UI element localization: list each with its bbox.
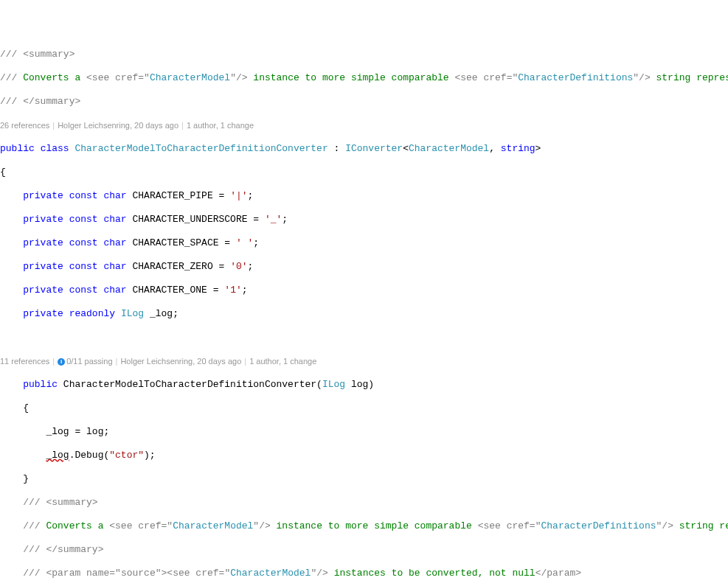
class-declaration[interactable]: public class CharacterModelToCharacterDe… — [0, 143, 728, 155]
xml-doc-line[interactable]: /// </summary> — [0, 96, 728, 108]
field-decl[interactable]: private const char CHARACTER_ONE = '1'; — [0, 285, 728, 296]
brace-close[interactable]: } — [0, 473, 728, 485]
codelens-changes[interactable]: 1 author, 1 change — [249, 357, 316, 366]
xml-doc-line[interactable]: /// <summary> — [0, 497, 728, 509]
codelens-author[interactable]: Holger Leichsenring, 20 days ago — [120, 357, 241, 366]
see-cref: CharacterDefinitions — [518, 72, 633, 83]
field-decl[interactable]: private const char CHARACTER_SPACE = ' '… — [0, 237, 728, 249]
class-name: CharacterModelToCharacterDefinitionConve… — [74, 143, 327, 154]
stmt[interactable]: _log = log; — [0, 426, 728, 438]
codelens-refs[interactable]: 11 references — [0, 357, 49, 366]
codelens-class[interactable]: 26 references|Holger Leichsenring, 20 da… — [0, 119, 728, 131]
test-status-icon: i — [58, 358, 65, 366]
codelens-changes[interactable]: 1 author, 1 change — [187, 121, 254, 130]
xml-doc-line[interactable]: /// Converts a <see cref="CharacterModel… — [0, 520, 728, 532]
xml-doc-line[interactable]: /// </summary> — [0, 544, 728, 556]
doc-tag: <summary> — [23, 49, 74, 60]
see-cref: CharacterModel — [150, 72, 230, 83]
xml-doc-line[interactable]: /// <summary> — [0, 49, 728, 60]
stmt[interactable]: _log.Debug("ctor"); — [0, 450, 728, 461]
xml-doc-line[interactable]: /// <param name="source"><see cref="Char… — [0, 568, 728, 579]
ctor-decl[interactable]: public CharacterModelToCharacterDefiniti… — [0, 379, 728, 391]
xml-doc-line[interactable]: /// Converts a <see cref="CharacterModel… — [0, 72, 728, 84]
field-decl[interactable]: private readonly ILog _log; — [0, 308, 728, 320]
brace-open[interactable]: { — [0, 402, 728, 414]
doc-prefix: /// — [0, 49, 23, 60]
field-decl[interactable]: private const char CHARACTER_ZERO = '0'; — [0, 261, 728, 273]
field-decl[interactable]: private const char CHARACTER_PIPE = '|'; — [0, 190, 728, 202]
codelens-author[interactable]: Holger Leichsenring, 20 days ago — [58, 121, 178, 130]
squiggle: _log — [46, 450, 69, 461]
codelens-tests[interactable]: 0/11 passing — [66, 357, 112, 366]
codelens-refs[interactable]: 26 references — [0, 121, 49, 130]
blank-line[interactable] — [0, 332, 728, 343]
field-decl[interactable]: private const char CHARACTER_UNDERSCORE … — [0, 214, 728, 226]
brace-open[interactable]: { — [0, 167, 728, 178]
codelens-ctor[interactable]: 11 references|i0/11 passing|Holger Leich… — [0, 355, 728, 367]
